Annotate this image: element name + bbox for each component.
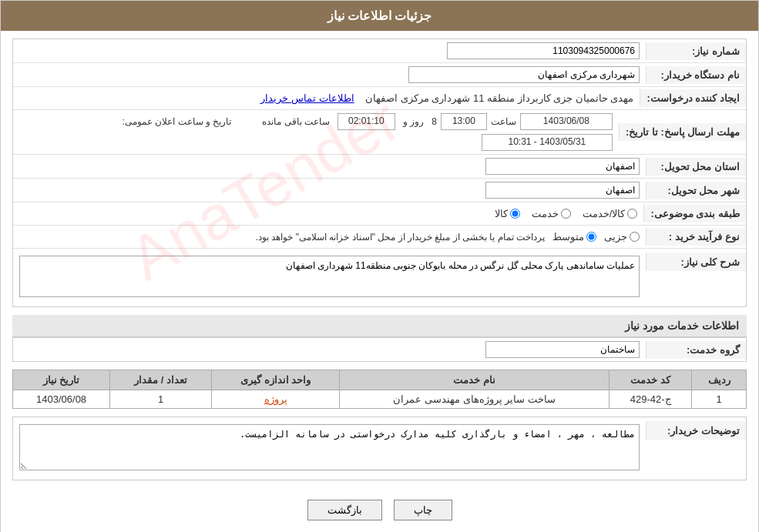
purchase-note: پرداخت تمام یا بخشی از مبلغ خریدار از مح… <box>256 232 545 243</box>
group-value <box>13 338 646 361</box>
description-row: شرح کلی نیاز: عملیات ساماندهی پارک محلی … <box>13 249 746 306</box>
remaining-suffix: ساعت باقی مانده <box>258 116 334 127</box>
deadline-time: 13:00 <box>441 113 487 130</box>
buyer-org-value <box>13 63 646 86</box>
cell-unit: پروژه <box>212 390 340 409</box>
buyer-desc-section: توضیحات خریدار: مطالعه ، مهر ، امضاء و ب… <box>12 417 747 480</box>
deadline-label: مهلت ارسال پاسخ: تا تاریخ: <box>619 123 746 141</box>
remaining-time: 02:01:10 <box>338 113 395 130</box>
category-label: طبقه بندی موضوعی: <box>643 205 746 223</box>
buyer-org-input[interactable] <box>408 66 640 83</box>
category-kala-khedmat-item: کالا/خدمت <box>583 208 638 219</box>
purchase-type-label: نوع فرآیند خرید : <box>646 228 746 246</box>
province-value <box>13 155 646 178</box>
province-label: استان محل تحویل: <box>646 158 746 176</box>
services-section-title: اطلاعات خدمات مورد نیاز <box>12 315 747 337</box>
need-number-input[interactable] <box>447 42 640 59</box>
cell-qty: 1 <box>110 390 212 409</box>
description-textarea[interactable]: عملیات ساماندهی پارک محلی گل نرگس در محل… <box>19 256 640 297</box>
deadline-row: مهلت ارسال پاسخ: تا تاریخ: 1403/06/08 سا… <box>13 110 746 155</box>
need-number-row: شماره نیاز: <box>13 39 746 63</box>
province-input[interactable] <box>485 158 640 175</box>
city-row: شهر محل تحویل: <box>13 179 746 202</box>
cell-name: ساخت سایر پروژه‌های مهندسی عمران <box>340 390 610 409</box>
group-row: گروه خدمت: <box>13 338 746 361</box>
purchase-type-row: نوع فرآیند خرید : جزیی متوسط پرداخت تمام… <box>13 226 746 249</box>
category-both-radio[interactable] <box>627 209 637 219</box>
category-kala-label: کالا <box>495 208 508 219</box>
purchase-jozi-item: جزیی <box>604 231 640 243</box>
buttons-row: چاپ بازگشت <box>12 488 747 532</box>
cell-date: 1403/06/08 <box>13 390 110 409</box>
buyer-desc-label: توضیحات خریدار: <box>646 421 746 440</box>
cell-code: ج-42-429 <box>609 390 691 409</box>
col-code: کد خدمت <box>609 370 691 390</box>
province-row: استان محل تحویل: <box>13 155 746 179</box>
purchase-motavasset-radio[interactable] <box>586 232 596 242</box>
requester-row: ایجاد کننده درخواست: مهدی حاتمیان جزی کا… <box>13 87 746 110</box>
page-title: جزئیات اطلاعات نیاز <box>1 1 758 31</box>
purchase-motavasset-item: متوسط <box>552 231 596 243</box>
print-button[interactable]: چاپ <box>394 500 452 520</box>
col-name: نام خدمت <box>340 370 610 390</box>
requester-text: مهدی حاتمیان جزی کاربرداز منطقه 11 شهردا… <box>365 92 633 104</box>
services-info-section: گروه خدمت: <box>12 337 747 362</box>
description-value: عملیات ساماندهی پارک محلی گل نرگس در محل… <box>13 253 646 303</box>
announcement-label: تاریخ و ساعت اعلان عمومی: <box>123 116 232 127</box>
city-label: شهر محل تحویل: <box>646 182 746 199</box>
purchase-jozi-label: جزیی <box>604 231 627 243</box>
back-button[interactable]: بازگشت <box>307 500 382 520</box>
cell-rownum: 1 <box>692 390 747 409</box>
need-number-label: شماره نیاز: <box>646 42 746 60</box>
deadline-date: 1403/06/08 <box>520 113 613 130</box>
category-value: کالا خدمت کالا/خدمت <box>13 205 643 223</box>
days-unit: روز و <box>399 116 428 127</box>
category-khedmat-label: خدمت <box>532 208 559 219</box>
time-label: ساعت <box>491 116 516 127</box>
col-rownum: ردیف <box>692 370 747 390</box>
category-kala-radio[interactable] <box>510 209 520 219</box>
col-qty: تعداد / مقدار <box>110 370 212 390</box>
buyer-org-label: نام دستگاه خریدار: <box>646 66 746 84</box>
deadline-value: 1403/06/08 ساعت 13:00 8 روز و 02:01:10 س… <box>13 110 619 154</box>
category-khedmat-radio[interactable] <box>561 209 571 219</box>
col-unit: واحد اندازه گیری <box>212 370 340 390</box>
contact-link[interactable]: اطلاعات تماس خریدار <box>260 92 354 104</box>
group-input[interactable] <box>485 341 640 358</box>
table-row: 1 ج-42-429 ساخت سایر پروژه‌های مهندسی عم… <box>13 390 747 409</box>
requester-label: ایجاد کننده درخواست: <box>640 89 746 107</box>
category-row: طبقه بندی موضوعی: کالا خدمت کالا/خدمت <box>13 202 746 226</box>
category-kala-khedmat-label: کالا/خدمت <box>583 208 626 219</box>
requester-value: مهدی حاتمیان جزی کاربرداز منطقه 11 شهردا… <box>13 89 640 107</box>
buyer-desc-value: مطالعه ، مهر ، امضاء و بارگذاری کلیه مدا… <box>13 421 646 476</box>
category-khedmat-item: خدمت <box>532 208 571 219</box>
group-label: گروه خدمت: <box>646 341 746 359</box>
purchase-jozi-radio[interactable] <box>630 232 640 242</box>
purchase-motavasset-label: متوسط <box>552 231 584 243</box>
col-date: تاریخ نیاز <box>13 370 110 390</box>
city-input[interactable] <box>485 182 640 199</box>
description-label: شرح کلی نیاز: <box>646 253 746 271</box>
days-label: 8 <box>432 116 437 127</box>
table-header-row: ردیف کد خدمت نام خدمت واحد اندازه گیری ت… <box>13 370 747 390</box>
buyer-desc-textarea[interactable]: مطالعه ، مهر ، امضاء و بارگذاری کلیه مدا… <box>19 424 640 470</box>
category-kala-item: کالا <box>495 208 520 219</box>
announcement-datetime: 1403/05/31 - 10:31 <box>482 134 613 151</box>
city-value <box>13 179 646 202</box>
purchase-type-value: جزیی متوسط پرداخت تمام یا بخشی از مبلغ خ… <box>13 228 646 246</box>
buyer-desc-row: توضیحات خریدار: مطالعه ، مهر ، امضاء و ب… <box>13 417 746 480</box>
buyer-org-row: نام دستگاه خریدار: <box>13 63 746 87</box>
main-info-section: شماره نیاز: نام دستگاه خریدار: ایجاد کنن… <box>12 38 747 307</box>
service-table: ردیف کد خدمت نام خدمت واحد اندازه گیری ت… <box>12 370 747 409</box>
need-number-value <box>13 39 646 62</box>
